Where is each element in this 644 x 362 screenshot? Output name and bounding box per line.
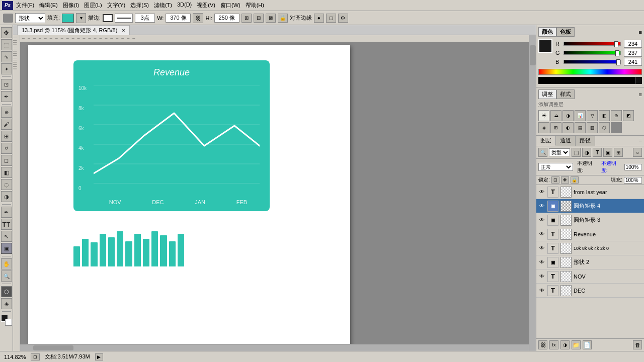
lasso-tool[interactable]: ∿ (1, 51, 12, 62)
dodge-tool[interactable]: ◑ (1, 191, 12, 202)
blend-mode-select[interactable]: 正常 (538, 163, 573, 171)
menu-edit[interactable]: 编辑(E) (39, 2, 58, 9)
hand-tool[interactable]: ✋ (1, 258, 12, 269)
paths-tab[interactable]: 路径 (576, 136, 595, 146)
layer-filter-shape[interactable]: ▣ (603, 148, 612, 157)
adjustments-options-btn[interactable]: ≡ (639, 92, 642, 98)
move-tool[interactable] (1, 27, 12, 38)
menu-3d[interactable]: 3D(D) (177, 2, 192, 9)
layer-filter-text[interactable]: T (593, 148, 602, 157)
menu-type[interactable]: 文字(Y) (107, 2, 126, 9)
view-tool[interactable]: ◈ (1, 298, 12, 309)
layer-new-btn[interactable]: 📁 (572, 340, 581, 349)
solid-color-icon[interactable] (611, 122, 622, 133)
layer-type-filter[interactable]: 类型 (549, 148, 570, 156)
b-value-input[interactable] (624, 58, 642, 66)
gradient-tool[interactable]: ◧ (1, 167, 12, 178)
fill-options-btn[interactable]: ▾ (76, 13, 86, 23)
transform-btn[interactable]: ◻ (326, 14, 336, 23)
path-ops-btn[interactable]: ⊞ (242, 14, 252, 23)
arrange-btn[interactable]: ⊠ (266, 14, 276, 23)
color-tab[interactable]: 颜色 (538, 27, 556, 37)
crop-tool[interactable]: ⊡ (1, 79, 12, 90)
layer-item-from-last-year[interactable]: 👁 T from last year (536, 185, 644, 199)
levels-adj-icon[interactable]: 📊 (575, 110, 586, 121)
layer-item-rounded-rect-3[interactable]: 👁 ▣ 圆角矩形 3 (536, 213, 644, 227)
layer-item-rounded-rect-4[interactable]: 👁 ▣ 圆角矩形 4 (536, 199, 644, 213)
stroke-size-input[interactable] (135, 14, 155, 23)
curves-adj-icon[interactable]: ⛰ (550, 110, 561, 121)
fg-bg-colors[interactable] (1, 315, 12, 326)
new-layer-btn[interactable]: 📄 (583, 340, 592, 349)
layer-mask-btn[interactable]: ◑ (560, 340, 570, 349)
shape-tool[interactable]: ▣ (1, 243, 12, 254)
layers-panel-options-btn[interactable]: ≡ (637, 136, 644, 146)
delete-layer-btn[interactable]: 🗑 (633, 340, 642, 349)
selection-tool[interactable]: ⬚ (1, 39, 12, 50)
menu-view[interactable]: 视图(V) (197, 2, 215, 9)
lock-position-btn[interactable]: ✥ (561, 176, 569, 184)
lock-all-btn[interactable]: 🔒 (571, 176, 579, 184)
menu-layer[interactable]: 图层(L) (84, 2, 102, 9)
layer-visibility-dec[interactable]: 👁 (538, 287, 545, 294)
layers-tab[interactable]: 图层 (536, 136, 556, 146)
layer-item-dec[interactable]: 👁 T DEC (536, 284, 644, 298)
height-input[interactable] (214, 14, 239, 23)
photo-filter-icon[interactable]: ⬡ (599, 122, 610, 133)
channels-tab[interactable]: 通道 (556, 136, 576, 146)
type-tool[interactable]: T (1, 219, 12, 230)
r-slider[interactable] (564, 42, 621, 46)
menu-select[interactable]: 选择(S) (130, 2, 149, 9)
color-swatch-display[interactable] (538, 39, 552, 53)
fill-value-display[interactable]: 100% (624, 177, 642, 184)
canvas-tab-active[interactable]: 13.3.psd @ 115% (圆角矩形 4, RGB/8) × (17, 25, 130, 35)
color-spectrum-bar[interactable] (538, 69, 642, 75)
extra-options-btn[interactable]: ● (314, 14, 324, 23)
layer-visibility-y-labels[interactable]: 👁 (538, 245, 545, 252)
layer-visibility-rounded-rect-3[interactable]: 👁 (538, 217, 545, 224)
layer-link-btn[interactable]: ⛓ (538, 340, 547, 349)
canvas-tab-close[interactable]: × (122, 27, 125, 33)
layer-filter-smart[interactable]: ⊞ (614, 148, 623, 157)
3d-tool[interactable]: ⬡ (1, 286, 12, 297)
g-value-input[interactable] (624, 49, 642, 57)
layer-item-shape-2[interactable]: 👁 ▣ 形状 2 (536, 255, 644, 269)
doc-info-arrow[interactable]: ▶ (95, 353, 103, 360)
swatches-tab[interactable]: 色板 (556, 27, 575, 37)
layer-visibility-rounded-rect-4[interactable]: 👁 (538, 203, 545, 210)
canvas-scrollbar-vertical[interactable] (529, 35, 536, 351)
width-input[interactable] (166, 14, 191, 23)
r-value-input[interactable] (624, 40, 642, 48)
eyedropper-tool[interactable]: ✒ (1, 91, 12, 102)
invert-icon[interactable]: ◐ (562, 122, 574, 133)
selective-color-icon[interactable]: ◈ (538, 122, 549, 133)
vibrance-icon[interactable]: ◩ (623, 110, 634, 121)
blur-tool[interactable]: ◌ (1, 179, 12, 190)
brush-tool[interactable]: 🖌 (1, 119, 12, 130)
styles-tab[interactable]: 样式 (556, 89, 575, 99)
g-thumb[interactable] (615, 50, 619, 56)
stroke-color-btn[interactable] (103, 14, 113, 22)
color-balance-icon[interactable]: ⊕ (611, 110, 622, 121)
magic-wand-tool[interactable]: ✦ (1, 63, 12, 74)
fill-color-swatch[interactable] (62, 14, 74, 23)
shape-select[interactable]: 形状 (15, 13, 45, 23)
layer-filter-adj[interactable]: ◑ (582, 148, 591, 157)
adjustments-tab[interactable]: 调整 (538, 89, 556, 99)
g-slider[interactable] (564, 51, 621, 55)
layer-style-btn[interactable]: fx (549, 340, 558, 349)
exposure-adj-icon[interactable]: ◑ (562, 110, 574, 121)
layer-item-nov[interactable]: 👁 T NOV (536, 269, 644, 284)
history-tool[interactable]: ↺ (1, 143, 12, 154)
menu-file[interactable]: 文件(F) (16, 2, 34, 9)
link-dimensions-btn[interactable]: ⛓ (193, 13, 203, 23)
background-color[interactable] (5, 319, 12, 326)
hue-sat-icon[interactable]: ◧ (599, 110, 610, 121)
layer-visibility-shape-2[interactable]: 👁 (538, 259, 545, 266)
threshold-icon[interactable]: ▥ (587, 122, 598, 133)
layer-visibility-revenue[interactable]: 👁 (538, 231, 545, 238)
layer-visibility-nov[interactable]: 👁 (538, 273, 545, 280)
stamp-tool[interactable]: ⊞ (1, 131, 12, 142)
b-thumb[interactable] (616, 59, 620, 65)
layer-visibility-from-last-year[interactable]: 👁 (538, 189, 545, 196)
